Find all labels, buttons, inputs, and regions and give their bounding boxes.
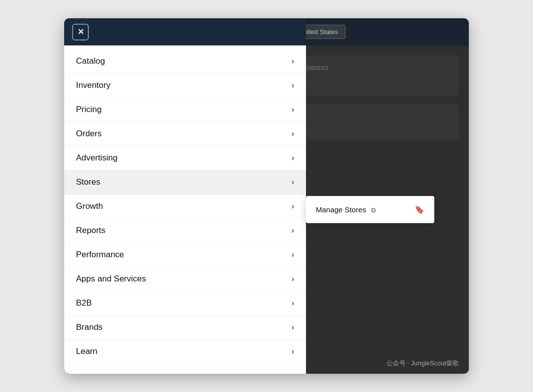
- chevron-right-icon: ›: [292, 202, 294, 211]
- menu-item-orders[interactable]: Orders ›: [64, 122, 306, 146]
- menu-item-catalog[interactable]: Catalog ›: [64, 49, 306, 74]
- menu-item-pricing[interactable]: Pricing ›: [64, 98, 306, 122]
- menu-panel: ✕ Catalog › Inventory › Pricing › Orders…: [64, 18, 306, 374]
- chevron-right-icon: ›: [292, 178, 294, 187]
- stores-submenu: Manage Stores ⧉ 🔖: [306, 196, 434, 223]
- chevron-right-icon: ›: [292, 105, 294, 114]
- menu-items-list: Catalog › Inventory › Pricing › Orders ›…: [64, 45, 306, 374]
- chevron-right-icon: ›: [292, 154, 294, 162]
- screenshot-container: Jungle Creation | United States 🌐 MARKET…: [64, 18, 469, 374]
- chevron-right-icon: ›: [292, 299, 294, 308]
- chevron-right-icon: ›: [292, 250, 294, 259]
- submenu-item-manage-stores[interactable]: Manage Stores ⧉ 🔖: [306, 198, 434, 221]
- menu-item-brands[interactable]: Brands ›: [64, 315, 306, 340]
- chevron-right-icon: ›: [292, 57, 294, 66]
- watermark: 公众号 · JungleScout柴歌: [386, 359, 459, 368]
- menu-item-performance[interactable]: Performance ›: [64, 243, 306, 267]
- menu-header: ✕: [64, 18, 306, 45]
- chevron-right-icon: ›: [292, 129, 294, 138]
- menu-item-learn[interactable]: Learn ›: [64, 340, 306, 364]
- menu-item-growth[interactable]: Growth ›: [64, 195, 306, 219]
- menu-item-inventory[interactable]: Inventory ›: [64, 74, 306, 98]
- chevron-right-icon: ›: [292, 226, 294, 235]
- menu-item-reports[interactable]: Reports ›: [64, 219, 306, 243]
- close-menu-button[interactable]: ✕: [72, 24, 89, 40]
- bookmark-icon[interactable]: 🔖: [415, 205, 424, 214]
- chevron-right-icon: ›: [292, 274, 294, 283]
- menu-item-apps-services[interactable]: Apps and Services ›: [64, 267, 306, 291]
- external-link-icon: ⧉: [371, 206, 376, 214]
- menu-item-stores[interactable]: Stores ›: [64, 170, 306, 195]
- chevron-right-icon: ›: [292, 323, 294, 332]
- menu-item-advertising[interactable]: Advertising ›: [64, 146, 306, 170]
- chevron-right-icon: ›: [292, 81, 294, 90]
- chevron-right-icon: ›: [292, 347, 294, 356]
- manage-stores-label: Manage Stores ⧉: [316, 205, 376, 214]
- menu-item-b2b[interactable]: B2B ›: [64, 291, 306, 315]
